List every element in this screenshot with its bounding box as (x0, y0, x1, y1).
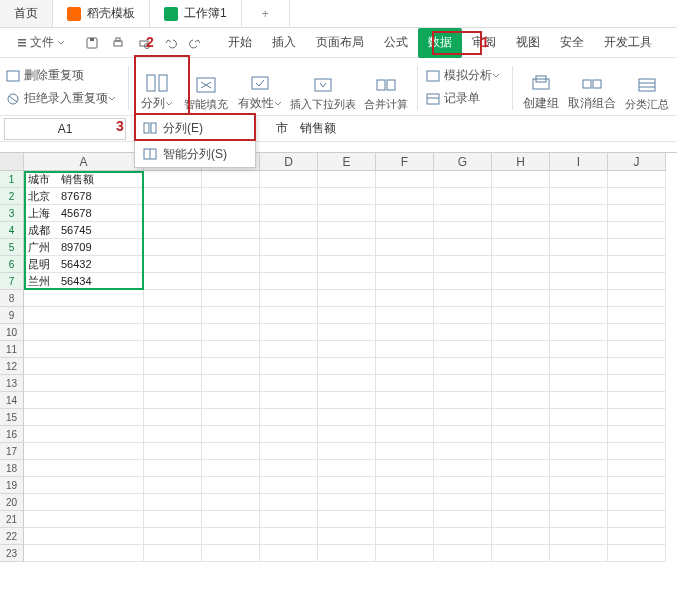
cell[interactable] (608, 222, 666, 239)
col-header-H[interactable]: H (492, 153, 550, 171)
cell[interactable] (260, 477, 318, 494)
cell[interactable] (608, 205, 666, 222)
cell[interactable] (260, 324, 318, 341)
cell[interactable]: 广州 89709 (24, 239, 144, 256)
cell[interactable] (434, 477, 492, 494)
save-icon[interactable] (84, 35, 100, 51)
cell[interactable] (376, 239, 434, 256)
cell[interactable] (144, 358, 202, 375)
cell[interactable] (376, 477, 434, 494)
cell[interactable] (318, 222, 376, 239)
cell[interactable] (24, 494, 144, 511)
cell[interactable] (550, 477, 608, 494)
cell[interactable] (492, 426, 550, 443)
select-all-corner[interactable] (0, 153, 24, 171)
cell[interactable] (492, 290, 550, 307)
cell[interactable] (260, 256, 318, 273)
cell[interactable] (492, 222, 550, 239)
cell[interactable] (434, 494, 492, 511)
cell[interactable] (318, 171, 376, 188)
redo-icon[interactable] (188, 35, 204, 51)
cell[interactable] (376, 528, 434, 545)
cell[interactable] (550, 341, 608, 358)
simulation-analysis-button[interactable]: 模拟分析 (426, 67, 504, 84)
cell[interactable] (608, 256, 666, 273)
cell[interactable] (550, 545, 608, 562)
cell[interactable] (434, 239, 492, 256)
cell[interactable] (202, 222, 260, 239)
cell[interactable] (492, 392, 550, 409)
cell[interactable] (550, 528, 608, 545)
cell[interactable] (202, 375, 260, 392)
cell[interactable] (260, 290, 318, 307)
cell[interactable] (608, 443, 666, 460)
consolidate-button[interactable]: 合并计算 (362, 62, 409, 112)
cell[interactable] (202, 545, 260, 562)
cell[interactable] (434, 409, 492, 426)
cell[interactable] (144, 205, 202, 222)
cell[interactable] (24, 511, 144, 528)
cell[interactable] (260, 171, 318, 188)
cell[interactable] (434, 205, 492, 222)
cell[interactable] (318, 205, 376, 222)
cell[interactable] (434, 171, 492, 188)
record-form-button[interactable]: 记录单 (426, 90, 504, 107)
row-header[interactable]: 17 (0, 443, 24, 460)
cell[interactable] (376, 392, 434, 409)
cell[interactable] (434, 511, 492, 528)
row-header[interactable]: 23 (0, 545, 24, 562)
row-header[interactable]: 1 (0, 171, 24, 188)
dropdown-smart-split-item[interactable]: 智能分列(S) (135, 141, 255, 167)
cell[interactable] (318, 392, 376, 409)
cell[interactable] (318, 273, 376, 290)
cell[interactable] (608, 188, 666, 205)
cell[interactable] (550, 324, 608, 341)
cell[interactable] (144, 443, 202, 460)
cell[interactable] (492, 188, 550, 205)
cell[interactable] (550, 205, 608, 222)
col-header-E[interactable]: E (318, 153, 376, 171)
cell[interactable] (608, 528, 666, 545)
cell[interactable] (608, 171, 666, 188)
cell[interactable] (24, 392, 144, 409)
cell[interactable] (260, 392, 318, 409)
cell[interactable] (318, 188, 376, 205)
row-header[interactable]: 9 (0, 307, 24, 324)
cell[interactable] (492, 358, 550, 375)
cell[interactable] (144, 392, 202, 409)
cell[interactable] (376, 205, 434, 222)
menu-data[interactable]: 数据 (418, 28, 462, 58)
cell[interactable] (260, 307, 318, 324)
smart-fill-button[interactable]: 智能填充 (183, 62, 230, 112)
cell[interactable] (144, 290, 202, 307)
cell[interactable] (144, 188, 202, 205)
cell[interactable] (318, 307, 376, 324)
cell[interactable] (24, 375, 144, 392)
cell[interactable] (550, 426, 608, 443)
cell[interactable] (24, 426, 144, 443)
cell[interactable] (202, 494, 260, 511)
split-column-button[interactable]: 分列 (137, 62, 177, 112)
cell[interactable] (318, 239, 376, 256)
cell[interactable]: 上海 45678 (24, 205, 144, 222)
cell[interactable] (376, 171, 434, 188)
cell[interactable] (492, 375, 550, 392)
cell[interactable] (492, 239, 550, 256)
cell[interactable] (550, 171, 608, 188)
cell[interactable] (492, 205, 550, 222)
cell[interactable] (260, 222, 318, 239)
cell[interactable] (144, 426, 202, 443)
cell[interactable] (376, 290, 434, 307)
cell[interactable]: 成都 56745 (24, 222, 144, 239)
cell[interactable] (550, 273, 608, 290)
cell[interactable] (434, 222, 492, 239)
cell[interactable] (492, 477, 550, 494)
cell[interactable] (550, 239, 608, 256)
cell[interactable] (144, 545, 202, 562)
cell[interactable] (144, 477, 202, 494)
create-group-button[interactable]: 创建组 (521, 62, 561, 112)
cell[interactable] (318, 256, 376, 273)
cell[interactable] (202, 239, 260, 256)
cell[interactable] (608, 273, 666, 290)
cell[interactable] (434, 188, 492, 205)
